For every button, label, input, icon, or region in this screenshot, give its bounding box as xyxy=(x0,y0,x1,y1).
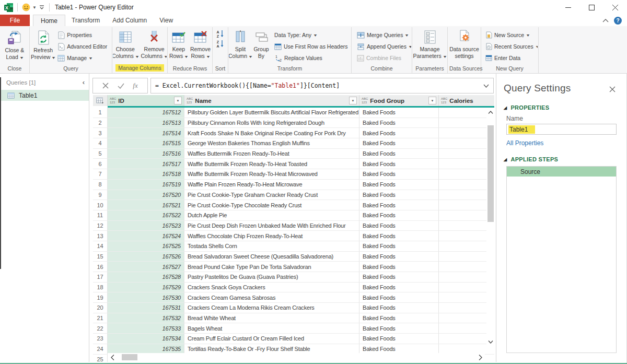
scroll-right-icon[interactable] xyxy=(475,355,485,360)
data-type-button[interactable]: Data Type: Any ▼ xyxy=(273,29,351,41)
choose-columns-button[interactable]: Choose Columns ▼ xyxy=(113,28,140,60)
cell-id[interactable]: 167529 xyxy=(108,283,184,293)
cell-name[interactable]: Cream Puff Eclair Custard Or Cream Fille… xyxy=(184,334,359,344)
cell-id[interactable]: 167532 xyxy=(108,313,184,324)
row-number[interactable]: 25 xyxy=(93,355,108,362)
close-button[interactable] xyxy=(603,0,627,15)
minimize-button[interactable] xyxy=(556,0,580,15)
cell-food-group[interactable]: Baked Foods xyxy=(359,138,439,149)
cell-food-group[interactable]: Baked Foods xyxy=(359,323,439,334)
cell-id[interactable]: 167526 xyxy=(108,252,184,262)
row-number[interactable]: 14 xyxy=(93,241,108,252)
applied-step-source[interactable]: Source xyxy=(507,167,616,177)
row-number[interactable]: 17 xyxy=(93,272,108,283)
cell-name[interactable]: Pillsbury Golden Layer Buttermilk Biscui… xyxy=(184,108,359,118)
cell-id[interactable]: 167534 xyxy=(108,334,184,344)
cell-name[interactable]: Bread Salvadoran Sweet Cheese (Quesadill… xyxy=(184,252,359,262)
row-number[interactable]: 15 xyxy=(93,252,108,262)
row-number[interactable]: 5 xyxy=(93,149,108,159)
row-number[interactable]: 13 xyxy=(93,231,108,241)
chevron-down-icon[interactable]: ▼ xyxy=(32,5,37,10)
column-header-id[interactable]: ABC123 ID ▼ xyxy=(108,95,184,106)
formula-expand-icon[interactable] xyxy=(483,84,489,88)
commit-formula-icon[interactable] xyxy=(118,83,124,89)
help-icon[interactable]: ? xyxy=(614,17,622,25)
cell-id[interactable]: 167523 xyxy=(108,221,184,231)
cell-id[interactable]: 167520 xyxy=(108,190,184,201)
cell-name[interactable]: Bagels Wheat xyxy=(184,323,359,334)
cell-name[interactable]: George Weston Bakeries Thomas English Mu… xyxy=(184,138,359,149)
cancel-formula-icon[interactable] xyxy=(102,83,109,89)
cell-food-group[interactable]: Baked Foods xyxy=(359,272,439,283)
row-number[interactable]: 12 xyxy=(93,221,108,231)
cell-id[interactable]: 167519 xyxy=(108,180,184,190)
cell-name[interactable]: Crackers Cream La Moderna Rikis Cream Cr… xyxy=(184,303,359,313)
use-first-row-as-headers-button[interactable]: Use First Row as Headers ▼ xyxy=(273,41,351,52)
combine-files-button[interactable]: Combine Files xyxy=(355,52,411,64)
cell-id[interactable]: 167531 xyxy=(108,303,184,313)
name-input[interactable]: Table1 xyxy=(506,124,617,135)
cell-food-group[interactable]: Baked Foods xyxy=(359,231,439,241)
cell-food-group[interactable]: Baked Foods xyxy=(359,169,439,180)
new-source-button[interactable]: New Source ▼ xyxy=(484,29,538,41)
cell-id[interactable]: 167530 xyxy=(108,292,184,303)
row-number[interactable]: 18 xyxy=(93,283,108,293)
cell-id[interactable]: 167512 xyxy=(108,108,184,118)
recent-sources-button[interactable]: Recent Sources ▼ xyxy=(484,41,538,52)
replace-values-button[interactable]: 12 Replace Values xyxy=(273,52,351,64)
append-queries-button[interactable]: Append Queries ▼ xyxy=(355,41,411,52)
row-number[interactable]: 16 xyxy=(93,262,108,272)
cell-name[interactable]: Crackers Snack Goya Crackers xyxy=(184,283,359,293)
cell-food-group[interactable]: Baked Foods xyxy=(359,190,439,201)
keep-rows-button[interactable]: Keep Rows ▼ xyxy=(169,28,189,60)
cell-food-group[interactable]: Baked Foods xyxy=(359,200,439,210)
cell-id[interactable]: 167528 xyxy=(108,272,184,283)
merge-queries-button[interactable]: Merge Queries ▼ xyxy=(355,29,411,41)
manage-button[interactable]: Manage ▼ xyxy=(56,52,109,64)
properties-button[interactable]: Properties xyxy=(56,29,109,41)
cell-food-group[interactable]: Baked Foods xyxy=(359,283,439,293)
cell-id[interactable]: 167521 xyxy=(108,200,184,210)
refresh-preview-button[interactable]: Refresh Preview ▼ xyxy=(30,28,56,61)
cell-name[interactable]: Pillsbury Cinnamon Rolls With Icing Refr… xyxy=(184,118,359,128)
vertical-scrollbar[interactable] xyxy=(486,108,494,347)
cell-id[interactable]: 167514 xyxy=(108,128,184,138)
advanced-editor-button[interactable]: Advanced Editor xyxy=(56,41,109,52)
select-all-corner[interactable] xyxy=(93,95,108,106)
vscroll-thumb[interactable] xyxy=(487,125,494,222)
row-number[interactable]: 21 xyxy=(93,313,108,324)
cell-food-group[interactable]: Baked Foods xyxy=(359,149,439,159)
scroll-up-icon[interactable] xyxy=(486,108,494,117)
tab-transform[interactable]: Transform xyxy=(65,15,106,26)
cell-name[interactable]: Bread White Wheat xyxy=(184,313,359,324)
row-number[interactable]: 7 xyxy=(93,169,108,180)
row-number[interactable]: 23 xyxy=(93,334,108,344)
tab-file[interactable]: File xyxy=(0,15,30,26)
filter-button[interactable]: ▼ xyxy=(349,97,357,104)
row-number[interactable]: 1 xyxy=(93,108,108,118)
qat-customize-icon[interactable] xyxy=(39,4,45,10)
cell-name[interactable]: Pie Crust Deep Dish Frozen Unbaked Made … xyxy=(184,221,359,231)
row-number[interactable]: 20 xyxy=(93,303,108,313)
collapse-triangle-icon[interactable]: ◢ xyxy=(504,105,507,110)
cell-food-group[interactable]: Baked Foods xyxy=(359,128,439,138)
cell-food-group[interactable]: Baked Foods xyxy=(359,118,439,128)
cell-id[interactable]: 167527 xyxy=(108,262,184,272)
column-header-name[interactable]: ABC123 Name ▼ xyxy=(184,95,359,106)
cell-name[interactable]: Waffle Plain Frozen Ready-To-Heat Microw… xyxy=(184,180,359,190)
sort-descending-icon[interactable]: ZA xyxy=(216,40,225,48)
scroll-left-icon[interactable] xyxy=(108,355,117,360)
split-column-button[interactable]: Split Column ▼ xyxy=(229,28,252,60)
tab-view[interactable]: View xyxy=(153,15,179,26)
column-header-food-group[interactable]: ABC123 Food Group ▼ xyxy=(359,95,439,106)
collapse-ribbon-icon[interactable] xyxy=(602,18,609,22)
cell-id[interactable]: 167533 xyxy=(108,323,184,334)
sort-ascending-icon[interactable]: AZ xyxy=(216,30,225,38)
cell-name[interactable]: Dutch Apple Pie xyxy=(184,210,359,221)
row-number[interactable]: 24 xyxy=(93,344,108,355)
close-and-load-button[interactable]: Close & Load ▼ xyxy=(5,28,25,61)
formula-input[interactable]: = Excel.CurrentWorkbook(){[Name="Table1"… xyxy=(150,78,494,93)
tab-add-column[interactable]: Add Column xyxy=(106,15,153,26)
row-number[interactable]: 9 xyxy=(93,190,108,201)
cell-id[interactable]: 167516 xyxy=(108,149,184,159)
